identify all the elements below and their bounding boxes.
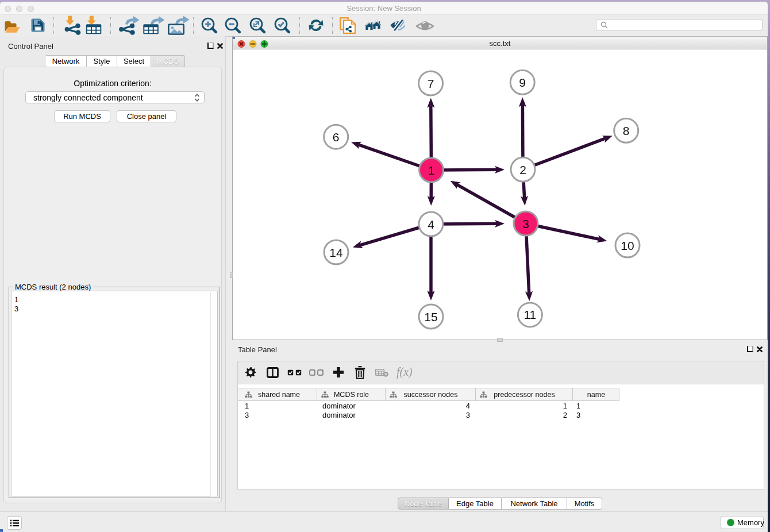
svg-text:1: 1	[428, 164, 435, 177]
svg-text:14: 14	[329, 246, 343, 259]
svg-text:15: 15	[424, 310, 437, 323]
svg-text:9: 9	[519, 76, 526, 89]
svg-text:4: 4	[428, 218, 434, 231]
svg-text:8: 8	[623, 124, 630, 137]
svg-text:2: 2	[519, 163, 526, 176]
svg-text:11: 11	[523, 308, 536, 321]
svg-text:7: 7	[428, 77, 434, 90]
svg-text:3: 3	[522, 217, 529, 230]
svg-text:6: 6	[333, 130, 340, 144]
svg-text:10: 10	[621, 239, 634, 252]
